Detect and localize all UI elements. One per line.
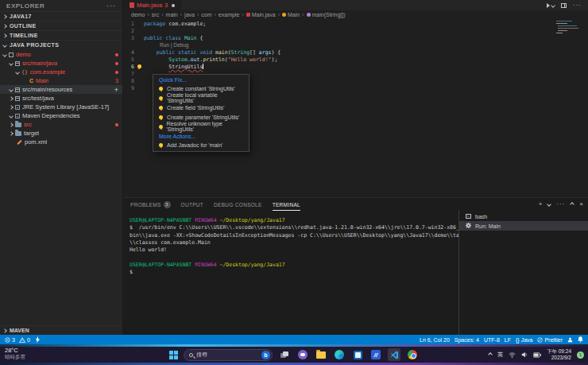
store-button[interactable] xyxy=(351,348,364,361)
problems-status[interactable]: 3 0 xyxy=(5,337,30,343)
panel-tab-output[interactable]: OUTPUT xyxy=(181,198,204,211)
panel-tab-debug-console[interactable]: DEBUG CONSOLE xyxy=(214,198,262,211)
breadcrumb-item-demo[interactable]: demo xyxy=(131,12,145,17)
vscode-button[interactable] xyxy=(388,348,400,361)
java-server-status[interactable] xyxy=(35,336,41,343)
battery-icon[interactable] xyxy=(533,352,541,358)
more-actions-icon[interactable]: ··· xyxy=(556,200,565,208)
sidebar-section-java-projects[interactable]: JAVA PROJECTS xyxy=(0,40,122,49)
sidebar-section-outline[interactable]: OUTLINE xyxy=(0,21,122,30)
modified-dot-icon[interactable] xyxy=(172,4,175,7)
terminal-instance-run-main[interactable]: Run: Main xyxy=(459,221,588,231)
quickfix-item-add-javadoc-for-main[interactable]: Add Javadoc for 'main' xyxy=(153,140,249,149)
panel-tab-label: TERMINAL xyxy=(273,202,300,208)
terminal-output[interactable]: USER@LAPTOP-N4PASNBT MINGW64 ~/Desktop/y… xyxy=(123,211,458,335)
breadcrumb-item-main-java[interactable]: Main.java xyxy=(246,12,276,17)
feedback-icon[interactable] xyxy=(567,337,573,343)
ime-indicator[interactable]: 英 xyxy=(497,351,503,359)
tree-item-src[interactable]: src xyxy=(0,120,122,129)
close-panel-icon[interactable]: × xyxy=(579,200,583,208)
codelens-run-debug[interactable]: Run | Debug xyxy=(123,41,588,49)
breadcrumb-label: java xyxy=(184,12,195,17)
sidebar-section-timeline[interactable]: TIMELINE xyxy=(0,30,122,40)
tree-item-pom-xml[interactable]: pom.xml xyxy=(0,138,122,146)
time-label: 下午 09:24 xyxy=(547,348,571,355)
line-number: 8 xyxy=(123,78,134,84)
panel-tab-problems[interactable]: PROBLEMS3 xyxy=(130,198,171,211)
weather-widget[interactable]: 28°C 晴時多雲 xyxy=(5,348,25,360)
code-line-3[interactable]: 3public class Main { xyxy=(123,34,588,41)
breadcrumb-item-java[interactable]: java xyxy=(184,12,195,17)
chrome-button[interactable] xyxy=(406,348,419,361)
task-view-button[interactable] xyxy=(278,348,291,361)
clock[interactable]: 下午 09:24 2023/9/2 xyxy=(547,348,571,361)
sidebar-section-maven[interactable]: MAVEN xyxy=(0,325,122,335)
taskbar: 28°C 晴時多雲 搜尋 b // 英 xyxy=(0,347,588,363)
breadcrumb-item-src[interactable]: src xyxy=(152,12,159,17)
tree-item-demo[interactable]: demo xyxy=(0,50,122,59)
file-explorer-button[interactable] xyxy=(315,348,327,361)
more-actions-icon[interactable]: ··· xyxy=(106,2,116,10)
quickfix-header[interactable]: Quick Fix... xyxy=(153,75,249,83)
tab-main-java[interactable]: Main.java 3 xyxy=(123,0,181,10)
code-line-1[interactable]: 1package com.example; xyxy=(123,20,588,27)
language-mode[interactable]: {} Java xyxy=(516,337,532,343)
tree-item-com-example[interactable]: {}com.example xyxy=(0,68,122,76)
chat-button[interactable] xyxy=(296,348,309,361)
new-file-icon[interactable]: + xyxy=(114,87,118,92)
breadcrumb-item-example[interactable]: example xyxy=(219,12,239,17)
hidden-icons-chevron[interactable] xyxy=(488,352,493,357)
edge-button[interactable] xyxy=(333,348,346,361)
tree-item-target[interactable]: target xyxy=(0,129,122,138)
code-line-6[interactable]: 6 StringUtils xyxy=(123,63,588,70)
notifications-bell-icon[interactable] xyxy=(578,336,583,343)
code-line-5[interactable]: 5 System.out.println("Hello world!"); xyxy=(123,56,588,63)
bing-icon[interactable]: b xyxy=(261,351,270,359)
encoding[interactable]: UTF-8 xyxy=(484,337,500,343)
taskbar-search[interactable]: 搜尋 b xyxy=(184,349,273,361)
breadcrumb-label: demo xyxy=(131,12,145,17)
speaker-icon[interactable] xyxy=(521,351,528,358)
line-number: 6 xyxy=(123,64,134,70)
breadcrumb-item-main-string[interactable]: main(String[]) xyxy=(307,12,346,17)
chevron-down-icon xyxy=(9,87,14,92)
dev-app-button[interactable]: // xyxy=(369,348,382,361)
quickfix-item-create-local-variable-stringutils[interactable]: Create local variable 'StringUtils' xyxy=(153,93,249,103)
breadcrumb-item-main[interactable]: Main xyxy=(282,12,300,17)
wifi-icon[interactable] xyxy=(509,352,516,358)
maximize-panel-icon[interactable] xyxy=(570,202,574,207)
code-line-4[interactable]: 4 public static void main(String[] args)… xyxy=(123,49,588,56)
tree-item-jre-system-library-javase-17[interactable]: JRE System Library [JavaSE-17] xyxy=(0,103,122,111)
more-actions-icon[interactable]: ··· xyxy=(573,2,582,9)
notification-badge[interactable]: 1 xyxy=(577,351,584,359)
terminal-instance-bash[interactable]: bash xyxy=(459,212,588,221)
windows-start-button[interactable] xyxy=(169,351,178,359)
code-line-2[interactable]: 2 xyxy=(123,27,588,34)
minimap[interactable] xyxy=(555,19,586,92)
indentation[interactable]: Spaces: 4 xyxy=(455,337,479,343)
quickfix-more-actions[interactable]: More Actions... xyxy=(153,131,249,140)
line-number: 3 xyxy=(123,35,134,41)
prettier-status[interactable]: Prettier xyxy=(537,337,563,343)
sidebar-section-java17[interactable]: JAVA17 xyxy=(0,11,122,21)
chevron-right-icon xyxy=(9,96,14,101)
tree-item-src-main-resources[interactable]: src/main/resources+ xyxy=(0,85,122,94)
new-terminal-icon[interactable]: + xyxy=(539,200,543,208)
tree-item-maven-dependencies[interactable]: Maven Dependencies xyxy=(0,111,122,120)
tree-item-src-test-java[interactable]: src/test/java xyxy=(0,94,122,103)
tree-item-main[interactable]: CMain3 xyxy=(0,76,122,85)
quickfix-item-create-field-stringutils[interactable]: Create field 'StringUtils' xyxy=(153,103,249,112)
eol-sequence[interactable]: LF xyxy=(505,337,511,343)
tree-item-src-main-java[interactable]: src/main/java xyxy=(0,59,122,68)
cursor-position[interactable]: Ln 6, Col 20 xyxy=(420,337,450,343)
store-icon xyxy=(354,351,362,359)
quickfix-item-resolve-unknown-type-stringutils[interactable]: Resolve unknown type 'StringUtils' xyxy=(153,122,249,131)
lightbulb-icon[interactable] xyxy=(137,64,141,68)
breadcrumb-item-main[interactable]: main xyxy=(166,12,178,17)
terminal-line: USER@LAPTOP-N4PASNBT MINGW64 ~/Desktop/y… xyxy=(130,262,458,269)
panel-tab-terminal[interactable]: TERMINAL xyxy=(273,198,300,211)
run-button[interactable] xyxy=(547,3,555,8)
breadcrumb-item-com[interactable]: com xyxy=(201,12,211,17)
chevron-down-icon[interactable] xyxy=(547,202,551,207)
split-editor-icon[interactable] xyxy=(561,3,567,8)
